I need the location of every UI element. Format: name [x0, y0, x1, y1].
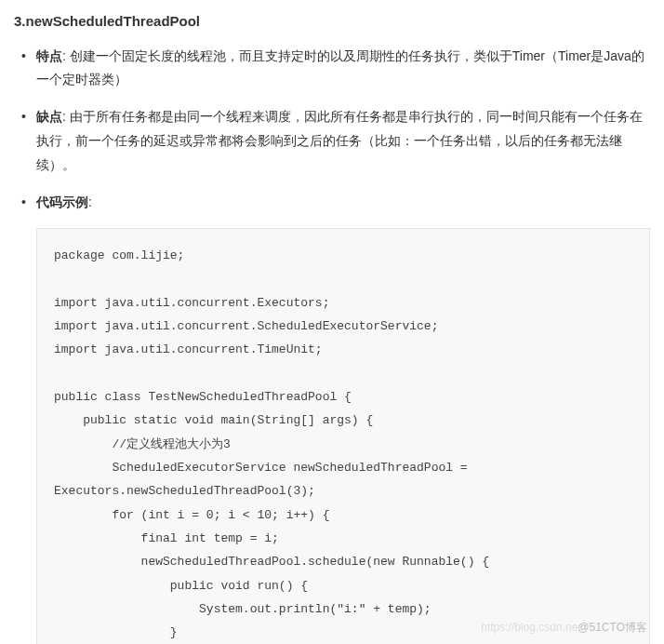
bullet-text: : 由于所有任务都是由同一个线程来调度，因此所有任务都是串行执行的，同一时间只能… — [36, 109, 643, 172]
bullet-item-code-example: 代码示例: — [36, 191, 650, 215]
bullet-text: : 创建一个固定长度的线程池，而且支持定时的以及周期性的任务执行，类似于Time… — [36, 48, 644, 87]
bullet-label: 缺点 — [36, 109, 62, 124]
bullet-label: 代码示例 — [36, 195, 88, 209]
bullet-label: 特点 — [36, 48, 62, 63]
bullet-item-drawbacks: 缺点: 由于所有任务都是由同一个线程来调度，因此所有任务都是串行执行的，同一时间… — [36, 105, 650, 178]
bullet-list: 特点: 创建一个固定长度的线程池，而且支持定时的以及周期性的任务执行，类似于Ti… — [14, 45, 650, 215]
code-block: package com.lijie; import java.util.conc… — [36, 228, 650, 644]
bullet-text: : — [88, 195, 92, 209]
bullet-item-features: 特点: 创建一个固定长度的线程池，而且支持定时的以及周期性的任务执行，类似于Ti… — [36, 45, 650, 93]
section-heading: 3.newScheduledThreadPool — [14, 9, 650, 34]
